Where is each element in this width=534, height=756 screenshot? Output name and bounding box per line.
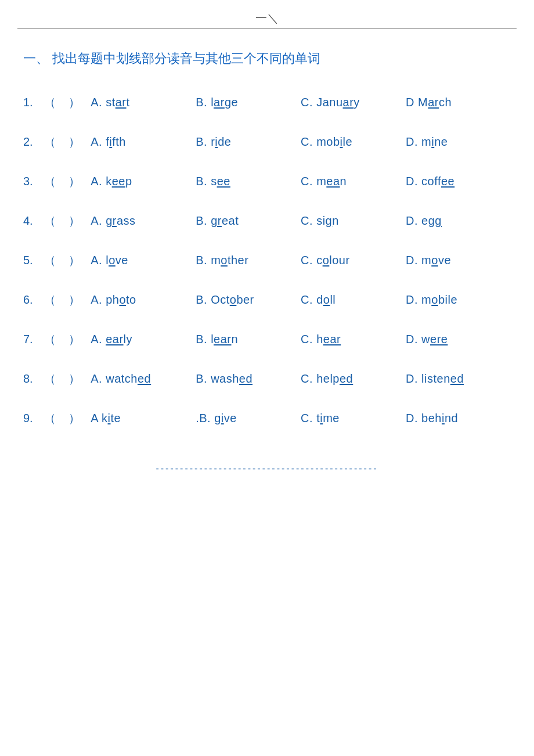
q2-num: 2. xyxy=(23,132,44,151)
q1-options: A. start B. large C. January D March xyxy=(91,93,511,111)
q8-optC: C. helped xyxy=(301,369,406,388)
q2-optA: A. fifth xyxy=(91,132,196,151)
q4-blank: （ ） xyxy=(44,211,80,230)
q6-blank: （ ） xyxy=(44,290,80,309)
q3-optC: C. mean xyxy=(301,172,406,190)
q7-num: 7. xyxy=(23,330,44,348)
q2-blank: （ ） xyxy=(44,132,80,151)
q7-optB: B. learn xyxy=(196,330,301,348)
q1-num: 1. xyxy=(23,93,44,111)
q6-optD: D. mobile xyxy=(406,290,511,309)
q5-optA: A. love xyxy=(91,251,196,269)
question-row-3: 3. （ ） A. keep B. see C. mean D. coffee xyxy=(12,164,522,199)
q5-options: A. love B. mother C. colour D. move xyxy=(91,251,511,269)
question-row-9: 9. （ ） A kite .B. give C. time D. behind xyxy=(12,401,522,435)
q7-options: A. early B. learn C. hear D. were xyxy=(91,330,511,348)
q9-optA: A kite xyxy=(91,409,196,427)
q1-optA: A. start xyxy=(91,93,196,111)
q4-optB: B. great xyxy=(196,211,301,230)
question-row-2: 2. （ ） A. fifth B. ride C. mobile D. min… xyxy=(12,124,522,159)
q9-num: 9. xyxy=(23,409,44,427)
q6-optC: C. doll xyxy=(301,290,406,309)
q4-optD: D. egg xyxy=(406,211,511,230)
question-row-8: 8. （ ） A. watched B. washed C. helped D.… xyxy=(12,361,522,396)
page-container: 一＼ 一、 找出每题中划线部分读音与其他三个不同的单词 1. （ ） A. st… xyxy=(0,10,534,480)
q6-options: A. photo B. October C. doll D. mobile xyxy=(91,290,511,309)
q8-optA: A. watched xyxy=(91,369,196,388)
q7-blank: （ ） xyxy=(44,330,80,348)
q5-optB: B. mother xyxy=(196,251,301,269)
top-divider xyxy=(17,28,517,29)
q2-optB: B. ride xyxy=(196,132,301,151)
q9-optB: .B. give xyxy=(196,409,301,427)
bottom-dashes: ----------------------------------------… xyxy=(0,452,534,480)
q1-blank: （ ） xyxy=(44,93,80,111)
q7-optA: A. early xyxy=(91,330,196,348)
q1-optB: B. large xyxy=(196,93,301,111)
q9-options: A kite .B. give C. time D. behind xyxy=(91,409,511,427)
q8-optB: B. washed xyxy=(196,369,301,388)
question-row-6: 6. （ ） A. photo B. October C. doll D. mo… xyxy=(12,282,522,317)
top-label: 一＼ xyxy=(17,10,517,26)
q9-blank: （ ） xyxy=(44,409,80,427)
top-label-text: 一＼ xyxy=(255,12,279,24)
q3-options: A. keep B. see C. mean D. coffee xyxy=(91,172,511,190)
q4-num: 4. xyxy=(23,211,44,230)
q6-num: 6. xyxy=(23,290,44,309)
q1-optC: C. January xyxy=(301,93,406,111)
q1-optD: D March xyxy=(406,93,511,111)
q2-options: A. fifth B. ride C. mobile D. mine xyxy=(91,132,511,151)
q8-options: A. watched B. washed C. helped D. listen… xyxy=(91,369,511,388)
q3-blank: （ ） xyxy=(44,172,80,190)
q5-num: 5. xyxy=(23,251,44,269)
question-row-1: 1. （ ） A. start B. large C. January D Ma… xyxy=(12,85,522,120)
q9-optD: D. behind xyxy=(406,409,511,427)
q7-optC: C. hear xyxy=(301,330,406,348)
section-title: 一、 找出每题中划线部分读音与其他三个不同的单词 xyxy=(0,29,534,79)
q6-optB: B. October xyxy=(196,290,301,309)
question-row-7: 7. （ ） A. early B. learn C. hear D. were xyxy=(12,322,522,357)
q5-blank: （ ） xyxy=(44,251,80,269)
q3-optB: B. see xyxy=(196,172,301,190)
q2-optC: C. mobile xyxy=(301,132,406,151)
q9-optC: C. time xyxy=(301,409,406,427)
q8-blank: （ ） xyxy=(44,369,80,388)
questions-area: 1. （ ） A. start B. large C. January D Ma… xyxy=(0,79,534,452)
q6-optA: A. photo xyxy=(91,290,196,309)
q4-optA: A. grass xyxy=(91,211,196,230)
q5-optD: D. move xyxy=(406,251,511,269)
q2-optD: D. mine xyxy=(406,132,511,151)
q5-optC: C. colour xyxy=(301,251,406,269)
q3-optA: A. keep xyxy=(91,172,196,190)
q8-optD: D. listened xyxy=(406,369,511,388)
q4-options: A. grass B. great C. sign D. egg xyxy=(91,211,511,230)
question-row-5: 5. （ ） A. love B. mother C. colour D. mo… xyxy=(12,243,522,278)
q3-optD: D. coffee xyxy=(406,172,511,190)
q4-optC: C. sign xyxy=(301,211,406,230)
question-row-4: 4. （ ） A. grass B. great C. sign D. egg xyxy=(12,203,522,238)
q7-optD: D. were xyxy=(406,330,511,348)
q8-num: 8. xyxy=(23,369,44,388)
top-header: 一＼ xyxy=(17,10,517,29)
q3-num: 3. xyxy=(23,172,44,190)
